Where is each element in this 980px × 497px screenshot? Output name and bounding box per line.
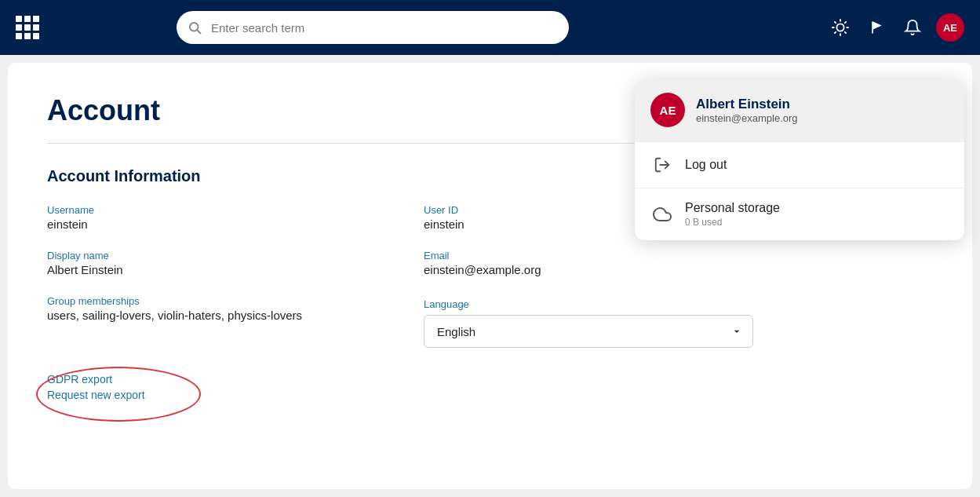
display-name-value: Albert Einstein	[47, 263, 377, 276]
username-field: Username einstein	[47, 204, 377, 231]
request-new-export-link[interactable]: Request new export	[47, 389, 145, 401]
gdpr-export-link[interactable]: GDPR export	[47, 373, 145, 386]
username-value: einstein	[47, 217, 377, 231]
email-field: Email einstein@example.org	[424, 250, 753, 276]
main-content: Account Account Information Username ein…	[8, 63, 972, 489]
storage-sub: 0 B used	[685, 217, 780, 228]
dropdown-user-info: Albert Einstein einstein@example.org	[696, 97, 798, 124]
svg-line-1	[198, 31, 201, 34]
svg-line-10	[845, 22, 846, 23]
display-name-label: Display name	[47, 250, 377, 261]
group-label: Group memberships	[47, 295, 377, 307]
svg-line-6	[845, 32, 846, 33]
logout-icon	[652, 155, 672, 175]
dropdown-user-name: Albert Einstein	[696, 97, 798, 112]
user-dropdown-panel: AE Albert Einstein einstein@example.org …	[635, 79, 964, 240]
language-label: Language	[424, 298, 753, 310]
display-name-field: Display name Albert Einstein	[47, 250, 377, 276]
nav-icons: AE	[828, 13, 964, 42]
logout-label: Log out	[685, 158, 727, 172]
group-value: users, sailing-lovers, violin-haters, ph…	[47, 309, 377, 322]
storage-info: Personal storage 0 B used	[685, 201, 780, 228]
logout-menu-item[interactable]: Log out	[635, 141, 964, 188]
apps-grid-icon[interactable]	[16, 16, 39, 39]
gdpr-section: GDPR export Request new export	[47, 373, 145, 404]
svg-point-0	[190, 23, 199, 31]
search-bar	[177, 11, 569, 44]
svg-rect-11	[872, 22, 873, 34]
search-icon	[188, 20, 202, 35]
svg-marker-12	[873, 22, 882, 30]
language-field: Language English	[424, 298, 753, 348]
email-label: Email	[424, 250, 753, 261]
email-value: einstein@example.org	[424, 263, 753, 276]
username-label: Username	[47, 204, 377, 216]
svg-line-9	[835, 32, 836, 33]
theme-toggle-icon[interactable]	[828, 15, 853, 40]
language-select[interactable]: English	[424, 315, 753, 348]
dropdown-user-row: AE Albert Einstein einstein@example.org	[635, 79, 964, 141]
dropdown-user-email: einstein@example.org	[696, 112, 798, 124]
user-avatar-button[interactable]: AE	[936, 13, 964, 42]
svg-point-2	[836, 24, 843, 31]
personal-storage-menu-item[interactable]: Personal storage 0 B used	[635, 188, 964, 240]
bell-icon[interactable]	[900, 15, 925, 40]
dropdown-avatar: AE	[650, 93, 685, 127]
notifications-flag-icon[interactable]	[864, 15, 889, 40]
group-memberships-field: Group memberships users, sailing-lovers,…	[47, 295, 377, 348]
search-input[interactable]	[177, 11, 569, 44]
storage-label: Personal storage	[685, 201, 780, 215]
top-navigation: AE	[0, 0, 980, 55]
cloud-icon	[652, 204, 672, 225]
svg-line-5	[835, 22, 836, 23]
